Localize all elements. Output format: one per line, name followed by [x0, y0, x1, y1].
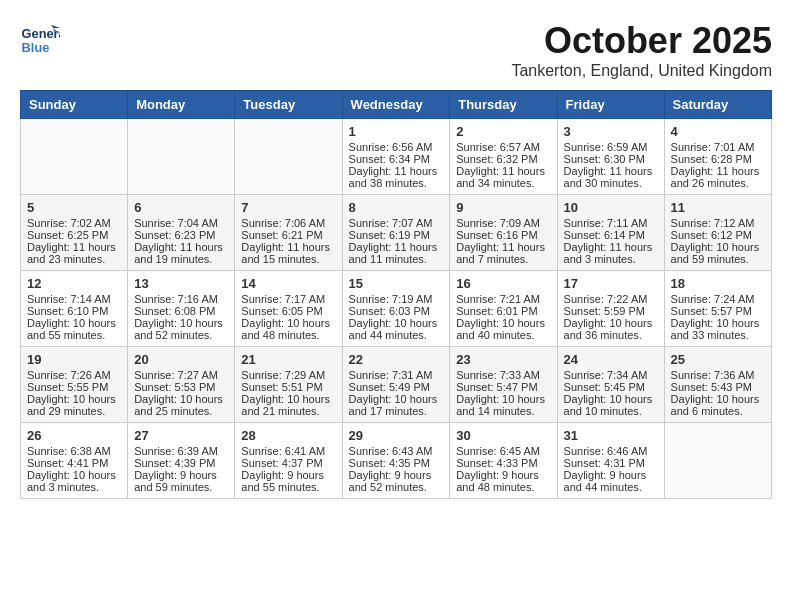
- sunrise-text: Sunrise: 7:34 AM: [564, 369, 658, 381]
- sunrise-text: Sunrise: 6:46 AM: [564, 445, 658, 457]
- sunset-text: Sunset: 6:32 PM: [456, 153, 550, 165]
- calendar-cell: 3Sunrise: 6:59 AMSunset: 6:30 PMDaylight…: [557, 119, 664, 195]
- svg-text:Blue: Blue: [22, 40, 50, 55]
- daylight-text: Daylight: 11 hours and 30 minutes.: [564, 165, 658, 189]
- calendar-cell: 2Sunrise: 6:57 AMSunset: 6:32 PMDaylight…: [450, 119, 557, 195]
- calendar-cell: [235, 119, 342, 195]
- day-number: 25: [671, 352, 765, 367]
- sunrise-text: Sunrise: 7:22 AM: [564, 293, 658, 305]
- daylight-text: Daylight: 10 hours and 10 minutes.: [564, 393, 658, 417]
- sunset-text: Sunset: 6:16 PM: [456, 229, 550, 241]
- calendar-cell: 12Sunrise: 7:14 AMSunset: 6:10 PMDayligh…: [21, 271, 128, 347]
- daylight-text: Daylight: 10 hours and 25 minutes.: [134, 393, 228, 417]
- sunset-text: Sunset: 6:34 PM: [349, 153, 444, 165]
- day-number: 18: [671, 276, 765, 291]
- day-number: 3: [564, 124, 658, 139]
- calendar-cell: 6Sunrise: 7:04 AMSunset: 6:23 PMDaylight…: [128, 195, 235, 271]
- day-number: 5: [27, 200, 121, 215]
- sunrise-text: Sunrise: 7:27 AM: [134, 369, 228, 381]
- calendar-cell: 7Sunrise: 7:06 AMSunset: 6:21 PMDaylight…: [235, 195, 342, 271]
- day-number: 15: [349, 276, 444, 291]
- sunset-text: Sunset: 6:14 PM: [564, 229, 658, 241]
- sunset-text: Sunset: 6:23 PM: [134, 229, 228, 241]
- sunset-text: Sunset: 4:37 PM: [241, 457, 335, 469]
- calendar-week-5: 26Sunrise: 6:38 AMSunset: 4:41 PMDayligh…: [21, 423, 772, 499]
- calendar-cell: 29Sunrise: 6:43 AMSunset: 4:35 PMDayligh…: [342, 423, 450, 499]
- calendar-cell: 26Sunrise: 6:38 AMSunset: 4:41 PMDayligh…: [21, 423, 128, 499]
- sunset-text: Sunset: 4:35 PM: [349, 457, 444, 469]
- sunset-text: Sunset: 6:01 PM: [456, 305, 550, 317]
- day-number: 19: [27, 352, 121, 367]
- sunset-text: Sunset: 4:39 PM: [134, 457, 228, 469]
- sunrise-text: Sunrise: 7:16 AM: [134, 293, 228, 305]
- sunset-text: Sunset: 5:43 PM: [671, 381, 765, 393]
- sunrise-text: Sunrise: 6:39 AM: [134, 445, 228, 457]
- sunrise-text: Sunrise: 7:12 AM: [671, 217, 765, 229]
- sunset-text: Sunset: 6:12 PM: [671, 229, 765, 241]
- sunrise-text: Sunrise: 7:36 AM: [671, 369, 765, 381]
- day-number: 26: [27, 428, 121, 443]
- day-number: 30: [456, 428, 550, 443]
- calendar-cell: 18Sunrise: 7:24 AMSunset: 5:57 PMDayligh…: [664, 271, 771, 347]
- sunrise-text: Sunrise: 6:41 AM: [241, 445, 335, 457]
- calendar-cell: 15Sunrise: 7:19 AMSunset: 6:03 PMDayligh…: [342, 271, 450, 347]
- calendar-cell: 28Sunrise: 6:41 AMSunset: 4:37 PMDayligh…: [235, 423, 342, 499]
- sunrise-text: Sunrise: 7:21 AM: [456, 293, 550, 305]
- sunrise-text: Sunrise: 7:01 AM: [671, 141, 765, 153]
- day-number: 14: [241, 276, 335, 291]
- sunset-text: Sunset: 5:51 PM: [241, 381, 335, 393]
- col-tuesday: Tuesday: [235, 91, 342, 119]
- daylight-text: Daylight: 10 hours and 36 minutes.: [564, 317, 658, 341]
- daylight-text: Daylight: 11 hours and 23 minutes.: [27, 241, 121, 265]
- sunset-text: Sunset: 4:33 PM: [456, 457, 550, 469]
- sunset-text: Sunset: 5:49 PM: [349, 381, 444, 393]
- calendar-week-1: 1Sunrise: 6:56 AMSunset: 6:34 PMDaylight…: [21, 119, 772, 195]
- calendar-cell: 17Sunrise: 7:22 AMSunset: 5:59 PMDayligh…: [557, 271, 664, 347]
- daylight-text: Daylight: 11 hours and 11 minutes.: [349, 241, 444, 265]
- sunrise-text: Sunrise: 7:14 AM: [27, 293, 121, 305]
- calendar-cell: 22Sunrise: 7:31 AMSunset: 5:49 PMDayligh…: [342, 347, 450, 423]
- month-title: October 2025: [511, 20, 772, 62]
- day-number: 20: [134, 352, 228, 367]
- sunrise-text: Sunrise: 7:11 AM: [564, 217, 658, 229]
- calendar-cell: 13Sunrise: 7:16 AMSunset: 6:08 PMDayligh…: [128, 271, 235, 347]
- sunrise-text: Sunrise: 6:38 AM: [27, 445, 121, 457]
- calendar-cell: 24Sunrise: 7:34 AMSunset: 5:45 PMDayligh…: [557, 347, 664, 423]
- daylight-text: Daylight: 11 hours and 3 minutes.: [564, 241, 658, 265]
- day-number: 12: [27, 276, 121, 291]
- logo-icon: General Blue: [20, 20, 60, 60]
- calendar-cell: [128, 119, 235, 195]
- daylight-text: Daylight: 10 hours and 44 minutes.: [349, 317, 444, 341]
- daylight-text: Daylight: 9 hours and 55 minutes.: [241, 469, 335, 493]
- daylight-text: Daylight: 10 hours and 14 minutes.: [456, 393, 550, 417]
- sunset-text: Sunset: 5:47 PM: [456, 381, 550, 393]
- daylight-text: Daylight: 10 hours and 55 minutes.: [27, 317, 121, 341]
- daylight-text: Daylight: 9 hours and 44 minutes.: [564, 469, 658, 493]
- calendar-cell: 5Sunrise: 7:02 AMSunset: 6:25 PMDaylight…: [21, 195, 128, 271]
- sunset-text: Sunset: 6:19 PM: [349, 229, 444, 241]
- calendar-cell: 25Sunrise: 7:36 AMSunset: 5:43 PMDayligh…: [664, 347, 771, 423]
- day-number: 6: [134, 200, 228, 215]
- day-number: 23: [456, 352, 550, 367]
- day-number: 9: [456, 200, 550, 215]
- day-number: 29: [349, 428, 444, 443]
- sunset-text: Sunset: 5:57 PM: [671, 305, 765, 317]
- sunset-text: Sunset: 6:10 PM: [27, 305, 121, 317]
- calendar-cell: 23Sunrise: 7:33 AMSunset: 5:47 PMDayligh…: [450, 347, 557, 423]
- daylight-text: Daylight: 11 hours and 7 minutes.: [456, 241, 550, 265]
- sunset-text: Sunset: 6:05 PM: [241, 305, 335, 317]
- calendar-week-3: 12Sunrise: 7:14 AMSunset: 6:10 PMDayligh…: [21, 271, 772, 347]
- sunset-text: Sunset: 6:21 PM: [241, 229, 335, 241]
- day-number: 21: [241, 352, 335, 367]
- daylight-text: Daylight: 10 hours and 21 minutes.: [241, 393, 335, 417]
- sunset-text: Sunset: 5:55 PM: [27, 381, 121, 393]
- daylight-text: Daylight: 10 hours and 3 minutes.: [27, 469, 121, 493]
- calendar-cell: 31Sunrise: 6:46 AMSunset: 4:31 PMDayligh…: [557, 423, 664, 499]
- calendar-cell: 20Sunrise: 7:27 AMSunset: 5:53 PMDayligh…: [128, 347, 235, 423]
- calendar-cell: 14Sunrise: 7:17 AMSunset: 6:05 PMDayligh…: [235, 271, 342, 347]
- page-header: General Blue October 2025 Tankerton, Eng…: [20, 20, 772, 80]
- daylight-text: Daylight: 11 hours and 26 minutes.: [671, 165, 765, 189]
- day-number: 28: [241, 428, 335, 443]
- calendar-cell: 30Sunrise: 6:45 AMSunset: 4:33 PMDayligh…: [450, 423, 557, 499]
- sunset-text: Sunset: 5:45 PM: [564, 381, 658, 393]
